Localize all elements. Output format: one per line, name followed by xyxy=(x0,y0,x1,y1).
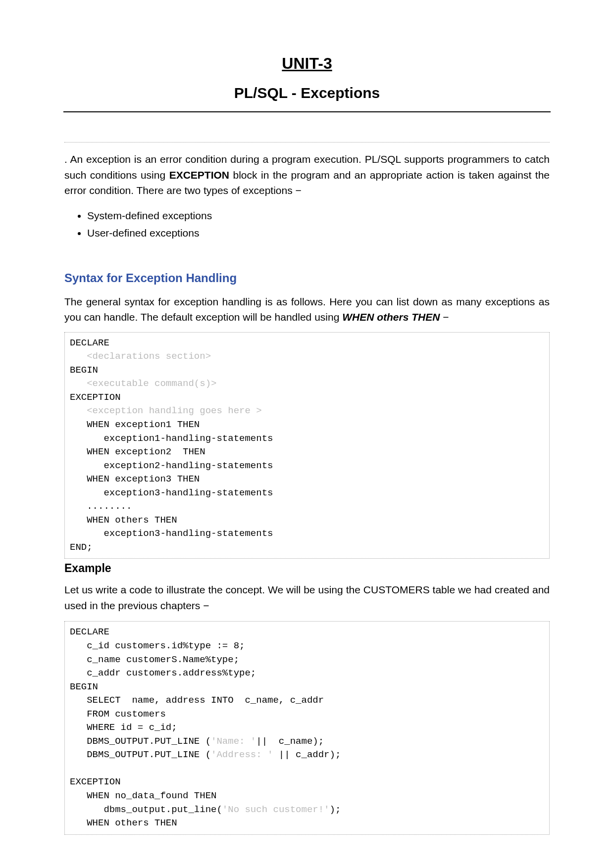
code-text: DECLARE c_id customers.id%type := 8; c_n… xyxy=(70,627,330,746)
example-paragraph: Let us write a code to illustrate the co… xyxy=(64,582,550,613)
unit-heading: UNIT-3 xyxy=(64,54,550,85)
example-heading: Example xyxy=(64,562,550,575)
document-title: PL/SQL - Exceptions xyxy=(64,85,550,111)
syntax-para-prefix: The general syntax for exception handlin… xyxy=(64,296,550,323)
syntax-para-emphasis: WHEN others THEN xyxy=(342,311,440,323)
code-string: 'Name: ' xyxy=(211,736,256,747)
code-placeholder: <exception handling goes here > xyxy=(87,405,261,416)
horizontal-rule xyxy=(63,111,551,112)
syntax-heading: Syntax for Exception Handling xyxy=(64,271,550,285)
list-item: User-defined exceptions xyxy=(87,225,550,241)
intro-paragraph: . An exception is an error condition dur… xyxy=(64,151,550,198)
exception-types-list: System-defined exceptions User-defined e… xyxy=(87,207,550,241)
list-item: System-defined exceptions xyxy=(87,207,550,224)
code-string: 'Address: ' xyxy=(211,749,273,760)
dotted-divider xyxy=(64,142,550,143)
syntax-paragraph: The general syntax for exception handlin… xyxy=(64,294,550,325)
code-text: WHEN exception1 THEN exception1-handling… xyxy=(70,405,284,552)
example-code-block: DECLARE c_id customers.id%type := 8; c_n… xyxy=(64,621,550,834)
intro-bold: EXCEPTION xyxy=(169,169,229,181)
syntax-para-suffix: − xyxy=(440,311,449,323)
code-placeholder: <executable command(s)> xyxy=(87,378,216,389)
code-string: 'No such customer!' xyxy=(222,804,330,815)
page-container: UNIT-3 PL/SQL - Exceptions . An exceptio… xyxy=(0,0,614,867)
syntax-code-block: DECLARE <declarations section> BEGIN <ex… xyxy=(64,332,550,559)
code-placeholder: <declarations section> xyxy=(87,351,211,362)
